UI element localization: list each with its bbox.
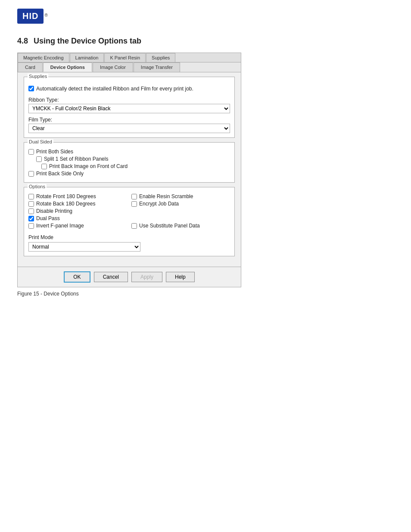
rotate-front-row: Rotate Front 180 Degrees — [28, 193, 127, 199]
print-back-side-only-row: Print Back Side Only — [28, 171, 230, 177]
rotate-front-text: Rotate Front 180 Degrees — [36, 193, 96, 199]
print-mode-label: Print Mode — [28, 234, 230, 240]
hid-logo: HID — [17, 9, 44, 24]
ribbon-type-label: Ribbon Type: — [28, 97, 230, 103]
use-substitute-panel-checkbox[interactable] — [131, 223, 137, 229]
dual-sided-label: Dual Sided — [28, 139, 53, 144]
logo-text: HID — [22, 11, 38, 21]
apply-button[interactable]: Apply — [131, 272, 162, 282]
heading-title: Using the Device Options tab — [34, 37, 141, 45]
section-heading: 4.8 Using the Device Options tab — [17, 37, 394, 46]
logo-tm: ® — [44, 13, 47, 18]
print-mode-select[interactable]: Normal Draft High Quality — [28, 242, 140, 252]
options-label: Options — [28, 184, 47, 189]
tab-lamination[interactable]: Lamination — [70, 53, 104, 62]
tab-device-options[interactable]: Device Options — [43, 62, 92, 72]
tab-card[interactable]: Card — [18, 62, 43, 72]
dialog-content: Supplies Automatically detect the instal… — [18, 72, 241, 267]
split-ribbon-panels-text: Split 1 Set of Ribbon Panels — [44, 156, 108, 162]
film-type-label: Film Type: — [28, 117, 230, 123]
button-bar: OK Cancel Apply Help — [18, 267, 241, 287]
rotate-back-row: Rotate Back 180 Degrees — [28, 201, 127, 207]
tab-image-transfer[interactable]: Image Transfer — [134, 62, 180, 72]
disable-printing-row: Disable Printing — [28, 208, 127, 214]
dual-pass-row: Dual Pass — [28, 215, 127, 221]
tab-k-panel-resin[interactable]: K Panel Resin — [104, 53, 146, 62]
auto-detect-text: Automatically detect the installed Ribbo… — [36, 86, 193, 92]
dual-pass-checkbox[interactable] — [28, 216, 34, 221]
print-back-image-checkbox[interactable] — [41, 164, 47, 169]
enable-resin-scramble-checkbox[interactable] — [131, 194, 137, 199]
print-both-sides-checkbox[interactable] — [28, 149, 34, 155]
print-back-side-only-text: Print Back Side Only — [36, 171, 84, 177]
split-ribbon-panels-row: Split 1 Set of Ribbon Panels — [36, 156, 230, 162]
disable-printing-checkbox[interactable] — [28, 208, 34, 214]
print-back-image-row: Print Back Image on Front of Card — [41, 163, 230, 169]
print-back-image-text: Print Back Image on Front of Card — [49, 163, 128, 169]
enable-resin-scramble-text: Enable Resin Scramble — [139, 193, 193, 199]
tab-magnetic-encoding[interactable]: Magnetic Encoding — [18, 53, 69, 62]
auto-detect-checkbox[interactable] — [28, 86, 34, 91]
use-substitute-panel-row: Use Substitute Panel Data — [131, 223, 230, 229]
dialog-box: Magnetic Encoding Lamination K Panel Res… — [17, 53, 241, 287]
options-section: Options Rotate Front 180 Degrees Rotate … — [24, 187, 235, 256]
print-back-side-only-checkbox[interactable] — [28, 171, 34, 177]
dual-pass-text: Dual Pass — [36, 215, 60, 221]
logo-container: HID ® — [17, 9, 394, 24]
help-button[interactable]: Help — [166, 272, 195, 282]
cancel-button[interactable]: Cancel — [94, 272, 128, 282]
ribbon-type-select[interactable]: YMCKK - Full Color/2 Resin Black — [28, 104, 230, 113]
invert-fpanel-checkbox[interactable] — [28, 223, 34, 229]
dual-sided-section: Dual Sided Print Both Sides Split 1 Set … — [24, 142, 235, 183]
split-ribbon-panels-checkbox[interactable] — [36, 156, 42, 162]
disable-printing-text: Disable Printing — [36, 208, 72, 214]
invert-fpanel-text: Invert F-panel Image — [36, 223, 84, 229]
rotate-back-text: Rotate Back 180 Degrees — [36, 201, 95, 207]
encrypt-job-data-text: Encrypt Job Data — [139, 201, 179, 207]
figure-caption: Figure 15 - Device Options — [17, 291, 394, 297]
supplies-section: Supplies Automatically detect the instal… — [24, 77, 235, 138]
encrypt-job-data-row: Encrypt Job Data — [131, 201, 230, 207]
film-type-select[interactable]: Clear — [28, 124, 230, 133]
encrypt-job-data-checkbox[interactable] — [131, 201, 137, 207]
tab-bar-top: Magnetic Encoding Lamination K Panel Res… — [18, 53, 241, 62]
print-both-sides-row: Print Both Sides — [28, 149, 230, 155]
heading-number: 4.8 — [17, 37, 28, 45]
tab-bar-bottom: Card Device Options Image Color Image Tr… — [18, 62, 241, 72]
auto-detect-row: Automatically detect the installed Ribbo… — [28, 83, 230, 93]
invert-fpanel-row: Invert F-panel Image — [28, 223, 127, 229]
tab-supplies[interactable]: Supplies — [146, 53, 175, 62]
use-substitute-panel-text: Use Substitute Panel Data — [139, 223, 200, 229]
ok-button[interactable]: OK — [64, 271, 90, 283]
rotate-front-checkbox[interactable] — [28, 194, 34, 199]
supplies-label: Supplies — [28, 74, 48, 79]
enable-resin-scramble-row: Enable Resin Scramble — [131, 193, 230, 199]
rotate-back-checkbox[interactable] — [28, 201, 34, 207]
tab-image-color[interactable]: Image Color — [93, 62, 133, 72]
print-both-sides-text: Print Both Sides — [36, 149, 73, 155]
